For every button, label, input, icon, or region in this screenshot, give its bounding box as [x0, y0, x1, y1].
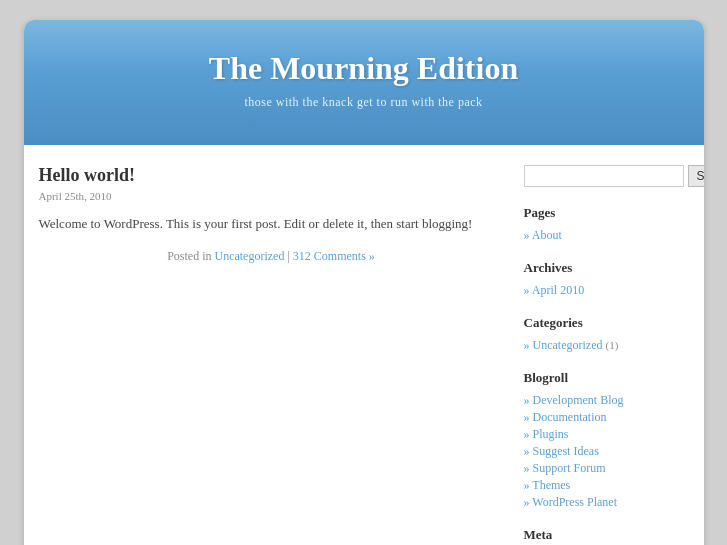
post-date: April 25th, 2010	[39, 190, 504, 202]
search-button[interactable]: Search	[688, 165, 704, 187]
blogroll-docs-link[interactable]: Documentation	[533, 410, 607, 424]
archives-april-link[interactable]: April 2010	[532, 283, 584, 297]
list-item: Themes	[524, 477, 689, 494]
archives-widget: Archives April 2010	[524, 260, 689, 299]
pages-widget: Pages About	[524, 205, 689, 244]
archives-list: April 2010	[524, 282, 689, 299]
blogroll-suggest-link[interactable]: Suggest Ideas	[533, 444, 599, 458]
site-title: The Mourning Edition	[44, 50, 684, 87]
category-count: (1)	[605, 339, 618, 351]
list-item: Suggest Ideas	[524, 443, 689, 460]
categories-widget-title: Categories	[524, 315, 689, 331]
pages-widget-title: Pages	[524, 205, 689, 221]
list-item: Support Forum	[524, 460, 689, 477]
archives-widget-title: Archives	[524, 260, 689, 276]
meta-widget-title: Meta	[524, 527, 689, 543]
list-item: WordPress Planet	[524, 494, 689, 511]
list-item: About	[524, 227, 689, 244]
blogroll-dev-link[interactable]: Development Blog	[533, 393, 624, 407]
post: Hello world! April 25th, 2010 Welcome to…	[39, 165, 504, 264]
meta-widget: Meta	[524, 527, 689, 543]
categories-uncategorized-link[interactable]: Uncategorized	[533, 338, 603, 352]
site-tagline: those with the knack get to run with the…	[44, 95, 684, 110]
search-input[interactable]	[524, 165, 684, 187]
pages-list: About	[524, 227, 689, 244]
blogroll-support-link[interactable]: Support Forum	[533, 461, 606, 475]
list-item: Development Blog	[524, 392, 689, 409]
blogroll-widget: Blogroll Development Blog Documentation …	[524, 370, 689, 511]
post-title: Hello world!	[39, 165, 504, 186]
categories-widget: Categories Uncategorized (1)	[524, 315, 689, 354]
post-category-link[interactable]: Uncategorized	[214, 249, 284, 263]
posted-in-label: Posted in	[167, 249, 211, 263]
blogroll-themes-link[interactable]: Themes	[532, 478, 570, 492]
search-box: Search	[524, 165, 689, 187]
sidebar: Search Pages About Archives April 2010	[524, 165, 689, 545]
blogroll-widget-title: Blogroll	[524, 370, 689, 386]
list-item: April 2010	[524, 282, 689, 299]
list-item: Uncategorized (1)	[524, 337, 689, 354]
list-item: Plugins	[524, 426, 689, 443]
categories-list: Uncategorized (1)	[524, 337, 689, 354]
post-content: Welcome to WordPress. This is your first…	[39, 214, 504, 234]
post-footer: Posted in Uncategorized | 312 Comments »	[39, 249, 504, 264]
post-comments-link[interactable]: 312 Comments »	[293, 249, 375, 263]
pages-about-link[interactable]: About	[532, 228, 562, 242]
list-item: Documentation	[524, 409, 689, 426]
blogroll-wp-planet-link[interactable]: WordPress Planet	[532, 495, 617, 509]
blogroll-list: Development Blog Documentation Plugins S…	[524, 392, 689, 511]
site-header: The Mourning Edition those with the knac…	[24, 20, 704, 145]
main-content: Hello world! April 25th, 2010 Welcome to…	[39, 165, 504, 545]
blogroll-plugins-link[interactable]: Plugins	[533, 427, 569, 441]
